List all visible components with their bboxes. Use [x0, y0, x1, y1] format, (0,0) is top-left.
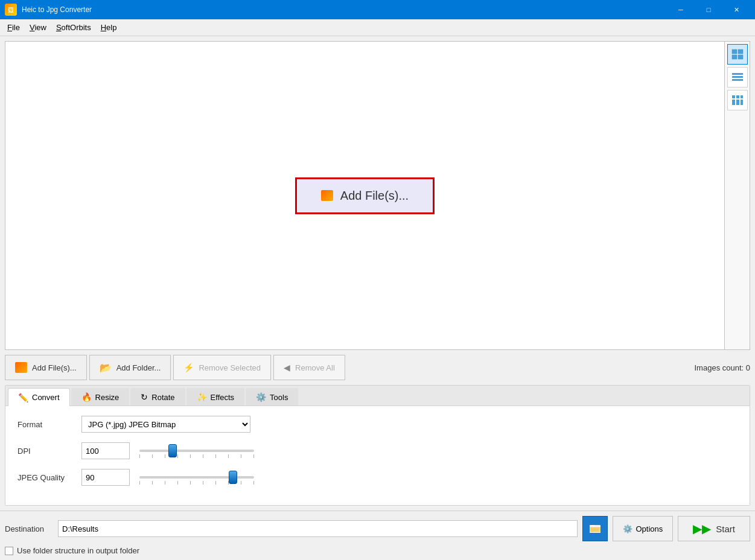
menu-view[interactable]: View — [25, 21, 51, 34]
remove-all-label: Remove All — [295, 363, 335, 372]
app-icon: 🖼 — [5, 4, 17, 16]
destination-input[interactable] — [58, 520, 578, 537]
add-files-icon — [15, 362, 27, 373]
rotate-tab-icon: ↻ — [141, 392, 148, 402]
menu-help[interactable]: Help — [96, 21, 122, 34]
svg-rect-8 — [736, 95, 739, 98]
tools-tab-label: Tools — [270, 393, 288, 402]
browse-folder-icon — [588, 522, 602, 535]
svg-rect-5 — [732, 76, 743, 78]
effects-tab-icon: ✨ — [197, 392, 207, 402]
view-buttons — [725, 41, 750, 350]
options-gear-icon: ⚙️ — [623, 524, 632, 533]
start-icon: ▶▶ — [693, 521, 711, 536]
add-files-center-icon — [321, 190, 333, 201]
svg-rect-4 — [732, 73, 743, 75]
svg-rect-6 — [732, 79, 743, 81]
svg-rect-3 — [738, 55, 743, 59]
svg-rect-15 — [741, 103, 743, 105]
remove-all-icon: ◀ — [284, 363, 290, 372]
tab-rotate[interactable]: ↻ Rotate — [130, 388, 185, 406]
svg-rect-9 — [741, 95, 743, 98]
tab-effects[interactable]: ✨ Effects — [186, 388, 245, 406]
jpeg-quality-input[interactable] — [81, 469, 130, 486]
close-button[interactable]: ✕ — [722, 0, 750, 19]
svg-rect-14 — [736, 103, 739, 105]
file-list-area: Add File(s)... — [5, 41, 725, 350]
jpeg-quality-slider-track — [139, 476, 254, 479]
svg-rect-11 — [736, 100, 739, 103]
add-folder-button[interactable]: 📂 Add Folder... — [89, 355, 171, 380]
add-folder-label: Add Folder... — [116, 363, 161, 372]
svg-rect-10 — [732, 100, 735, 103]
tabs-panel: ✏️ Convert 🔥 Resize ↻ Rotate ✨ Effects ⚙… — [5, 385, 750, 506]
remove-all-button[interactable]: ◀ Remove All — [273, 355, 345, 380]
tabs-header: ✏️ Convert 🔥 Resize ↻ Rotate ✨ Effects ⚙… — [5, 386, 750, 406]
remove-selected-label: Remove Selected — [199, 363, 261, 372]
destination-browse-button[interactable] — [582, 516, 608, 541]
tab-resize[interactable]: 🔥 Resize — [71, 388, 130, 406]
start-button[interactable]: ▶▶ Start — [678, 516, 750, 541]
add-files-label: Add File(s)... — [32, 363, 77, 372]
convert-tab-label: Convert — [32, 393, 60, 402]
effects-tab-label: Effects — [211, 393, 235, 402]
format-select[interactable]: JPG (*.jpg) JPEG Bitmap PNG (*.png) Port… — [81, 416, 250, 433]
minimize-button[interactable]: ─ — [667, 0, 695, 19]
jpeg-quality-label: JPEG Quality — [18, 473, 72, 482]
add-files-button[interactable]: Add File(s)... — [5, 355, 87, 380]
maximize-button[interactable]: □ — [695, 0, 722, 19]
bottom-bar: Destination ⚙️ Options ▶▶ Start Use fold… — [0, 511, 755, 560]
options-button[interactable]: ⚙️ Options — [613, 516, 674, 541]
dpi-row: DPI — [18, 442, 737, 459]
options-label: Options — [636, 524, 663, 533]
convert-tab-icon: ✏️ — [18, 393, 28, 402]
remove-selected-icon: ⚡ — [183, 363, 194, 372]
add-folder-icon: 📂 — [100, 362, 112, 374]
menu-softorbits[interactable]: SoftOrbits — [51, 21, 96, 34]
window-controls: ─ □ ✕ — [667, 0, 750, 19]
tab-tools[interactable]: ⚙️ Tools — [246, 388, 298, 406]
dpi-input[interactable] — [81, 442, 130, 459]
svg-rect-12 — [741, 100, 743, 103]
grid-icon — [731, 95, 744, 106]
dpi-slider[interactable] — [139, 442, 260, 459]
svg-rect-1 — [738, 49, 743, 54]
format-label: Format — [18, 420, 72, 429]
resize-tab-label: Resize — [95, 393, 119, 402]
rotate-tab-label: Rotate — [151, 393, 174, 402]
folder-structure-label: Use folder structure in output folder — [17, 546, 139, 555]
images-count: Images count: 0 — [695, 363, 751, 372]
dpi-label: DPI — [18, 447, 72, 456]
list-icon — [731, 72, 744, 83]
destination-row: Destination ⚙️ Options ▶▶ Start — [5, 516, 750, 541]
grid-view-button[interactable] — [727, 90, 748, 110]
app-title: Heic to Jpg Converter — [22, 5, 667, 14]
remove-selected-button[interactable]: ⚡ Remove Selected — [173, 355, 271, 380]
list-view-button[interactable] — [727, 67, 748, 88]
svg-rect-2 — [732, 55, 737, 59]
thumbnails-icon — [731, 49, 744, 60]
svg-rect-7 — [732, 95, 735, 98]
dpi-slider-thumb[interactable] — [168, 444, 177, 457]
start-label: Start — [716, 524, 735, 534]
format-row: Format JPG (*.jpg) JPEG Bitmap PNG (*.pn… — [18, 416, 737, 433]
thumbnails-view-button[interactable] — [727, 44, 748, 65]
jpeg-quality-slider[interactable] — [139, 469, 260, 486]
svg-rect-13 — [732, 103, 735, 105]
toolbar: Add File(s)... 📂 Add Folder... ⚡ Remove … — [5, 354, 750, 381]
dpi-slider-track — [139, 450, 254, 452]
add-files-center-button[interactable]: Add File(s)... — [295, 177, 435, 214]
jpeg-quality-row: JPEG Quality — [18, 469, 737, 486]
tab-convert[interactable]: ✏️ Convert — [8, 388, 70, 406]
resize-tab-icon: 🔥 — [81, 392, 92, 402]
tabs-content: Format JPG (*.jpg) JPEG Bitmap PNG (*.pn… — [5, 406, 750, 505]
menu-file[interactable]: File — [2, 21, 25, 34]
destination-label: Destination — [5, 524, 53, 533]
dpi-tick-marks — [139, 454, 254, 458]
checkbox-row: Use folder structure in output folder — [5, 546, 750, 555]
tools-tab-icon: ⚙️ — [256, 392, 266, 402]
title-bar: 🖼 Heic to Jpg Converter ─ □ ✕ — [0, 0, 755, 19]
add-files-center-label: Add File(s)... — [340, 189, 409, 203]
folder-structure-checkbox[interactable] — [5, 547, 13, 555]
jpeg-quality-slider-thumb[interactable] — [229, 471, 237, 484]
